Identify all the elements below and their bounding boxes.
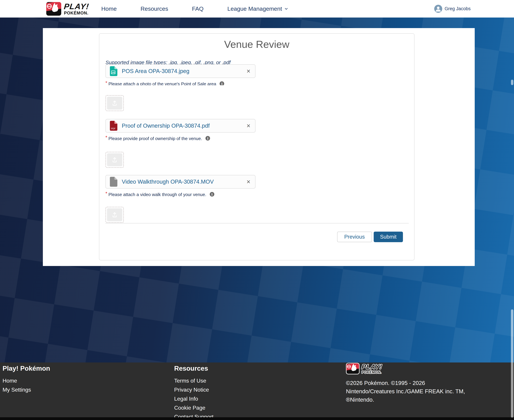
footer-link-legal-info[interactable]: Legal Info: [174, 396, 213, 402]
caption-text: Please attach a photo of the venue's Poi…: [109, 81, 216, 85]
user-avatar-icon: [434, 5, 442, 13]
page-footer: Play! Pokémon Home My Settings Resources…: [0, 362, 514, 417]
nav-link-league-management-label: League Management: [228, 6, 282, 12]
copyright-text: ©2026 Pokémon. ©1995 - 2026 Nintendo/Cre…: [346, 379, 470, 404]
file-link-proof-of-ownership[interactable]: Proof of Ownership OPA-30874.pdf: [122, 122, 210, 129]
upload-icon: [107, 153, 122, 166]
upload-icon: [107, 208, 122, 221]
footer-play-pokemon-logo: PLAY! POKÉMON.: [346, 363, 470, 374]
upload-requirement-caption: *Please attach a photo of the venue's Po…: [105, 81, 408, 85]
copyright-line: ®Nintendo.: [346, 396, 470, 404]
footer-link-cookie-page[interactable]: Cookie Page: [174, 405, 213, 411]
footer-link-home[interactable]: Home: [3, 378, 50, 384]
attached-file-video-walkthrough: Video Walkthrough OPA-30874.MOV ×: [105, 175, 256, 188]
info-icon[interactable]: i: [206, 136, 210, 141]
logo-pokemon-text: POKÉMON.: [362, 370, 382, 374]
remove-file-button[interactable]: ×: [246, 122, 251, 129]
form-actions: Previous Submit: [105, 232, 408, 242]
top-navbar: PLAY! POKÉMON. Home Resources FAQ League…: [0, 0, 514, 17]
file-link-pos-area[interactable]: POS Area OPA-30874.jpeg: [122, 68, 189, 74]
nav-link-home-label: Home: [101, 6, 117, 12]
nav-link-resources[interactable]: Resources: [140, 6, 168, 12]
play-pokemon-logo[interactable]: PLAY! POKÉMON.: [46, 2, 89, 16]
upload-requirement-caption: *Please provide proof of ownership of th…: [105, 136, 408, 141]
previous-button[interactable]: Previous: [337, 232, 372, 242]
footer-link-privacy-notice[interactable]: Privacy Notice: [174, 387, 213, 393]
caption-text: Please provide proof of ownership of the…: [109, 136, 202, 141]
footer-link-my-settings[interactable]: My Settings: [3, 387, 50, 393]
footer-site-heading: Play! Pokémon: [3, 365, 50, 372]
svg-text:PDF: PDF: [111, 127, 116, 130]
play-pokemon-page: PLAY! POKÉMON. Home Resources FAQ League…: [0, 0, 514, 420]
user-menu[interactable]: Greg Jacobs: [434, 5, 471, 13]
logo-wordmark: PLAY! POKÉMON.: [64, 2, 89, 15]
file-link-video-walkthrough[interactable]: Video Walkthrough OPA-30874.MOV: [122, 179, 214, 185]
footer-brand-column: PLAY! POKÉMON. ©2026 Pokémon. ©1995 - 20…: [346, 363, 470, 404]
upload-dropzone-video-walkthrough[interactable]: [105, 207, 124, 223]
attached-file-proof-of-ownership: PDF Proof of Ownership OPA-30874.pdf ×: [105, 119, 256, 133]
nav-link-league-management[interactable]: League Management: [228, 6, 288, 12]
scrollbar-thumb-lower[interactable]: [511, 309, 513, 418]
bottom-edge-strip: [0, 417, 514, 420]
info-icon[interactable]: i: [210, 192, 214, 196]
form-divider: [105, 223, 409, 224]
logo-play-text: PLAY!: [361, 363, 382, 370]
upload-icon: [107, 97, 122, 110]
nav-link-faq[interactable]: FAQ: [192, 6, 204, 12]
footer-link-terms-of-use[interactable]: Terms of Use: [174, 378, 213, 384]
main-nav: Home Resources FAQ League Management: [101, 6, 289, 12]
caption-text: Please attach a video walk through of yo…: [109, 192, 206, 197]
generic-file-icon: [110, 177, 117, 187]
footer-resources-column: Resources Terms of Use Privacy Notice Le…: [174, 365, 213, 420]
required-asterisk: *: [105, 81, 107, 85]
remove-file-button[interactable]: ×: [246, 179, 251, 185]
required-asterisk: *: [105, 135, 107, 140]
supported-file-types-note: Supported image file types: .jpg, .jpeg,…: [105, 60, 408, 64]
image-file-icon: [110, 66, 117, 76]
attached-file-pos-area: POS Area OPA-30874.jpeg ×: [105, 64, 256, 78]
required-asterisk: *: [105, 191, 107, 196]
remove-file-button[interactable]: ×: [246, 68, 251, 74]
logo-play-text: PLAY!: [64, 2, 89, 10]
page-title: Venue Review: [105, 39, 408, 50]
pdf-file-icon: PDF: [110, 121, 117, 131]
content-panel: Venue Review Supported image file types:…: [43, 28, 475, 266]
copyright-line: ©2026 Pokémon. ©1995 - 2026: [346, 379, 470, 387]
copyright-line: Nintendo/Creatures Inc./GAME FREAK inc. …: [346, 387, 470, 396]
venue-review-card: Venue Review Supported image file types:…: [99, 33, 414, 260]
footer-resources-heading: Resources: [174, 365, 213, 372]
nav-link-faq-label: FAQ: [192, 6, 204, 12]
logo-wordmark: PLAY! POKÉMON.: [362, 363, 382, 374]
submit-button[interactable]: Submit: [374, 232, 403, 242]
pokeball-logo-icon: [46, 2, 62, 16]
pokeball-logo-icon: [346, 363, 360, 374]
upload-dropzone-proof-of-ownership[interactable]: [105, 152, 124, 168]
footer-site-column: Play! Pokémon Home My Settings: [3, 365, 50, 396]
user-name: Greg Jacobs: [445, 6, 471, 11]
scrollbar-thumb-upper[interactable]: [511, 80, 513, 85]
nav-link-home[interactable]: Home: [101, 6, 117, 12]
info-icon[interactable]: i: [220, 81, 224, 85]
nav-link-resources-label: Resources: [140, 6, 168, 12]
upload-requirement-caption: *Please attach a video walk through of y…: [105, 192, 408, 197]
chevron-down-icon: [284, 7, 288, 11]
upload-dropzone-pos-area[interactable]: [105, 95, 124, 111]
logo-pokemon-text: POKÉMON.: [64, 11, 89, 15]
